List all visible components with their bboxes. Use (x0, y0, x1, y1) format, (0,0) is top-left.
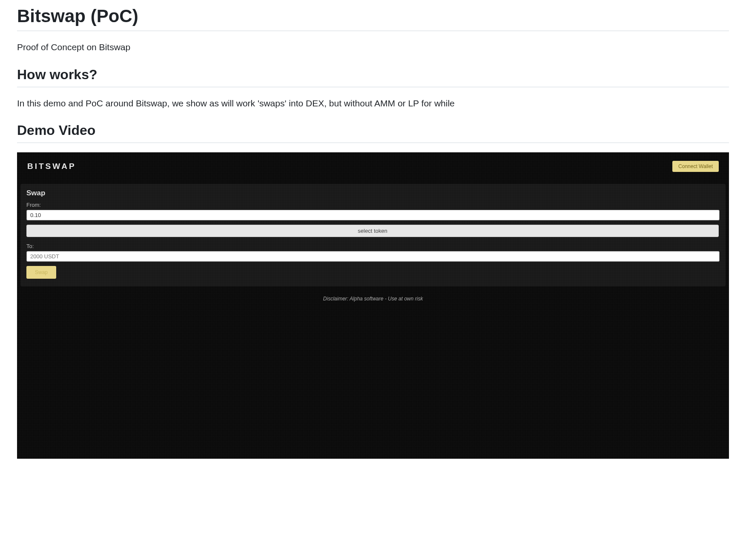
to-label: To: (26, 243, 720, 249)
swap-title: Swap (26, 189, 720, 197)
app-brand: BITSWAP (27, 162, 76, 171)
from-label: From: (26, 202, 720, 208)
how-works-heading: How works? (17, 67, 729, 87)
select-token-button[interactable]: select token (26, 225, 719, 237)
connect-wallet-button[interactable]: Connect Wallet (672, 161, 719, 172)
how-works-body: In this demo and PoC around Bitswap, we … (17, 97, 729, 110)
swap-panel: Swap From: select token To: Swap (20, 184, 726, 286)
swap-button[interactable]: Swap (26, 266, 56, 279)
demo-video-screenshot: BITSWAP Connect Wallet Swap From: select… (17, 152, 729, 459)
disclaimer-text: Disclaimer: Alpha software - Use at own … (17, 296, 729, 302)
app-header: BITSWAP Connect Wallet (17, 152, 729, 179)
demo-video-heading: Demo Video (17, 123, 729, 143)
page-subtitle: Proof of Concept on Bitswap (17, 40, 729, 54)
from-amount-input[interactable] (26, 210, 720, 220)
page-title: Bitswap (PoC) (17, 6, 729, 31)
to-amount-input[interactable] (26, 251, 720, 262)
